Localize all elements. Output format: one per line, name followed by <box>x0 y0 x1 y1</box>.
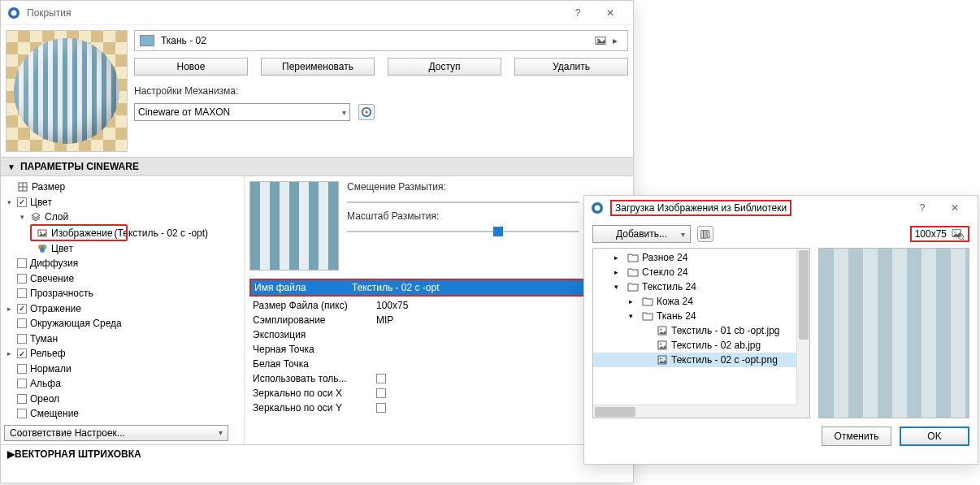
add-button[interactable]: Добавить... <box>592 225 691 243</box>
library-icon[interactable] <box>697 226 713 242</box>
close-button[interactable]: ✕ <box>939 196 971 220</box>
size-icon <box>17 181 28 193</box>
lib-item-label: Текстиль - 02 ab.jpg <box>671 340 761 351</box>
chevron-down-icon[interactable]: ▾ <box>629 312 639 320</box>
tree-displacement[interactable]: Смещение <box>1 406 244 422</box>
tree-environment[interactable]: Окружающая Среда <box>1 316 244 331</box>
property-key: Белая Точка <box>249 358 376 370</box>
texture-thumbnail <box>249 181 339 271</box>
property-key: Зеркально по оси X <box>249 388 376 399</box>
environment-checkbox[interactable] <box>17 318 27 328</box>
help-button[interactable]: ? <box>562 1 594 24</box>
lib-item-label: Кожа 24 <box>657 296 693 307</box>
lib-folder[interactable]: ▾Текстиль 24 <box>593 279 809 294</box>
image-file-icon <box>657 354 668 366</box>
property-checkbox[interactable] <box>376 403 386 413</box>
section-vector-hatch[interactable]: ▶ ВЕКТОРНАЯ ШТРИХОВКА <box>1 444 633 463</box>
color-checkbox[interactable]: ✓ <box>17 197 27 207</box>
lib-folder[interactable]: ▸Стекло 24 <box>593 265 809 279</box>
property-checkbox[interactable] <box>376 374 386 383</box>
new-button[interactable]: Новое <box>134 58 248 76</box>
tree-fog[interactable]: Туман <box>1 331 244 347</box>
property-row: Белая Точка1 <box>249 357 628 371</box>
close-button[interactable]: ✕ <box>594 1 627 24</box>
cancel-button[interactable]: Отменить <box>822 427 891 446</box>
image-file-icon <box>657 340 668 351</box>
lib-folder[interactable]: ▾Ткань 24 <box>593 309 809 323</box>
engine-select[interactable]: Cineware от MAXON <box>134 103 350 121</box>
tree-glow[interactable]: Свечение <box>1 271 244 287</box>
lib-title-highlight: Загрузка Изображения из Библиотеки <box>610 200 791 216</box>
ok-button[interactable]: OK <box>900 427 969 446</box>
filename-value: Текстиль - 02 с -opt <box>352 282 604 293</box>
delete-button[interactable]: Удалить <box>514 58 628 76</box>
section-cineware-label: ПАРАМЕТРЫ CINEWARE <box>20 161 139 172</box>
folder-icon <box>627 252 639 263</box>
svg-point-5 <box>365 110 368 114</box>
app-icon <box>591 201 604 214</box>
glow-checkbox[interactable] <box>17 274 27 284</box>
chevron-right-icon[interactable]: ▸ <box>629 297 639 305</box>
halo-checkbox[interactable] <box>17 394 27 404</box>
tree-reflection[interactable]: ▸✓Отражение <box>1 301 244 317</box>
filename-row[interactable]: Имя файла Текстиль - 02 с -opt ... <box>249 279 628 297</box>
lib-file[interactable]: Текстиль - 02 ab.jpg <box>593 338 809 353</box>
access-button[interactable]: Доступ <box>388 58 501 76</box>
section-cineware-params[interactable]: ▼ ПАРАМЕТРЫ CINEWARE <box>1 157 633 176</box>
folder-icon <box>642 310 653 322</box>
tree-color[interactable]: ▾ ✓ Цвет <box>1 195 244 210</box>
lib-file[interactable]: Текстиль - 01 cb -opt.jpg <box>593 323 809 338</box>
reflection-checkbox[interactable]: ✓ <box>17 304 27 314</box>
tree-relief[interactable]: ▸✓Рельеф <box>1 346 244 362</box>
folder-icon <box>642 296 653 307</box>
property-row: Черная Точка0 <box>249 342 628 357</box>
chevron-right-icon[interactable]: ▸ <box>614 268 624 276</box>
displacement-checkbox[interactable] <box>17 409 27 418</box>
rename-button[interactable]: Переименовать <box>261 58 375 76</box>
tree-halo[interactable]: Ореол <box>1 392 244 407</box>
pick-texture-icon[interactable] <box>593 34 608 47</box>
tree-size[interactable]: Размер <box>1 180 244 195</box>
chevron-down-icon[interactable]: ▾ <box>614 283 624 291</box>
fog-checkbox[interactable] <box>17 334 27 344</box>
chevron-right-icon[interactable]: ▸ <box>614 253 624 262</box>
main-titlebar: Покрытия ? ✕ <box>1 1 633 25</box>
lib-file[interactable]: Текстиль - 02 с -opt.png <box>593 353 809 367</box>
lib-item-label: Текстиль - 02 с -opt.png <box>671 354 778 366</box>
tree-normals[interactable]: Нормали <box>1 362 244 377</box>
diffusion-checkbox[interactable] <box>17 258 27 268</box>
settings-match-button[interactable]: Соответствие Настроек... <box>4 425 228 442</box>
property-row: Экспозиция0 <box>249 327 628 342</box>
tree-diffusion[interactable]: Диффузия <box>1 256 244 271</box>
transparency-checkbox[interactable] <box>17 288 27 298</box>
app-icon <box>7 6 20 19</box>
alpha-checkbox[interactable] <box>17 379 27 388</box>
normals-checkbox[interactable] <box>17 364 27 374</box>
property-key: Размер Файла (пикс) <box>249 300 376 311</box>
library-tree[interactable]: ▸Разное 24▸Стекло 24▾Текстиль 24▸Кожа 24… <box>592 248 810 418</box>
lib-folder[interactable]: ▸Кожа 24 <box>593 294 809 309</box>
scrollbar-vertical[interactable] <box>796 249 809 405</box>
tree-alpha[interactable]: Альфа <box>1 376 244 392</box>
property-row: Зеркально по оси X <box>249 386 628 401</box>
tree-transparency[interactable]: Прозрачность <box>1 286 244 301</box>
relief-checkbox[interactable]: ✓ <box>17 349 27 358</box>
tree-layer[interactable]: ▾ Слой <box>1 210 244 225</box>
property-checkbox[interactable] <box>376 388 386 398</box>
tree-color2[interactable]: Цвет <box>1 241 244 257</box>
chevron-right-icon[interactable]: ▸ <box>608 34 622 47</box>
scrollbar-horizontal[interactable] <box>593 405 796 418</box>
cineware-icon[interactable] <box>358 104 375 120</box>
preview-info-icon[interactable] <box>952 228 965 240</box>
slider-thumb-icon[interactable] <box>493 227 503 236</box>
material-name-field[interactable]: Ткань - 02 ▸ <box>134 30 628 51</box>
dimensions-text: 100x75 <box>915 228 947 240</box>
help-button[interactable]: ? <box>906 196 939 220</box>
layer-icon <box>30 211 41 223</box>
color-icon <box>37 243 48 254</box>
lib-item-label: Текстиль - 01 cb -opt.jpg <box>671 325 780 336</box>
channel-tree: Размер ▾ ✓ Цвет ▾ Слой Изображение (Текс… <box>1 176 245 444</box>
folder-icon <box>627 266 639 278</box>
lib-folder[interactable]: ▸Разное 24 <box>593 250 809 265</box>
properties-list: Размер Файла (пикс)100x75СэмплированиеMI… <box>249 298 628 415</box>
